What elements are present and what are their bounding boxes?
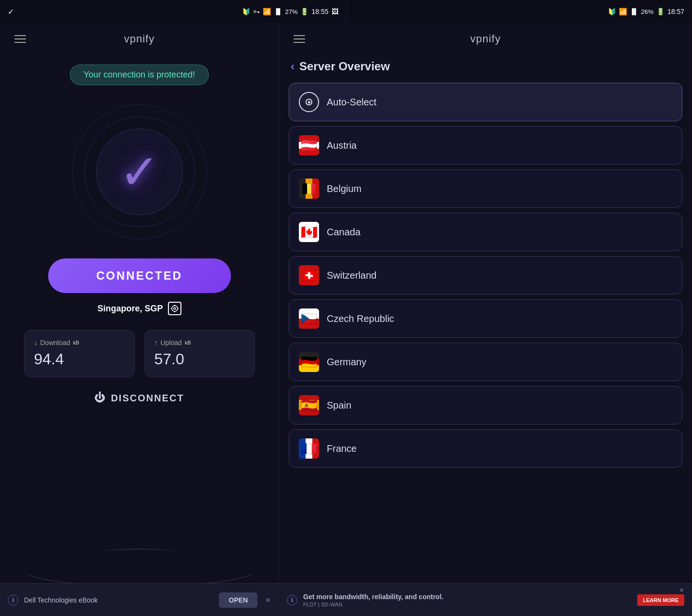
server-item-france[interactable]: 🇫🇷 France — [289, 429, 682, 468]
flag-icon-canada: 🇨🇦 — [299, 222, 319, 242]
signal-bars-left: ▐▌ — [274, 8, 282, 15]
left-app-title: vpnify — [124, 33, 154, 45]
battery-icon-left: 🔋 — [300, 8, 308, 15]
location-target-icon — [168, 302, 181, 315]
connection-area: Your connection is protected! ✓ CONNECTE… — [48, 64, 231, 315]
ad-info-icon[interactable]: ℹ — [8, 595, 18, 605]
server-name-czech-republic: Czech Republic — [327, 313, 394, 324]
right-ad-brand: PLDT | SD-WAN — [303, 602, 631, 607]
download-value: 94.4 — [34, 350, 125, 368]
download-stat-header: ↓ Download kB — [34, 339, 125, 346]
hamburger-line-3 — [14, 42, 26, 43]
server-item-austria[interactable]: 🇦🇹 Austria — [289, 126, 682, 165]
hamburger-line-1 — [294, 35, 305, 36]
back-button[interactable]: ‹ — [291, 60, 295, 73]
signal-bars-right: ▐▌ — [630, 8, 638, 15]
auto-select-icon — [299, 92, 319, 112]
download-stat-card: ↓ Download kB 94.4 — [24, 330, 135, 377]
shield-icon-right: 🔰 — [608, 8, 616, 15]
upload-arrow-icon: ↑ — [154, 339, 158, 346]
power-icon: ⏻ — [94, 392, 106, 404]
server-name-spain: Spain — [327, 400, 351, 411]
server-name-auto-select: Auto-Select — [327, 97, 376, 108]
server-name-france: France — [327, 443, 357, 454]
server-item-germany[interactable]: 🇩🇪 Germany — [289, 343, 682, 381]
upload-stat-card: ↑ Upload kB 57.0 — [144, 330, 255, 377]
checkmark-icon-large: ✓ — [119, 148, 160, 196]
location-text: Singapore, SGP — [97, 304, 163, 314]
server-list: Auto-Select 🇦🇹 Austria 🇧🇪 Belgium 🇨🇦 Can… — [279, 83, 692, 583]
upload-value: 57.0 — [154, 350, 245, 368]
server-item-spain[interactable]: 🇪🇸 Spain — [289, 386, 682, 424]
ad-left-text: Dell Technologies eBook — [24, 596, 213, 604]
hamburger-line-2 — [14, 38, 26, 39]
server-name-belgium: Belgium — [327, 183, 361, 194]
right-ad-close-button[interactable]: ✕ — [679, 587, 684, 594]
server-item-switzerland[interactable]: 🇨🇭 Switzerland — [289, 256, 682, 295]
right-panel: vpnify ‹ Server Overview Auto-Select 🇦🇹 … — [279, 23, 692, 616]
download-unit: kB — [73, 340, 79, 346]
server-item-belgium[interactable]: 🇧🇪 Belgium — [289, 169, 682, 208]
left-panel: vpnify Your connection is protected! ✓ C… — [0, 23, 279, 616]
server-overview-header: ‹ Server Overview — [279, 55, 692, 83]
ad-left-close-button[interactable]: ✕ — [265, 596, 271, 604]
right-app-title: vpnify — [470, 33, 500, 45]
wifi-icon-left: 📶 — [263, 8, 271, 15]
status-bar-right: 🔰 📶 ▐▌ 26% 🔋 18:57 — [346, 0, 692, 23]
flag-icon-switzerland: 🇨🇭 — [299, 265, 319, 285]
shield-icon-left: 🔰 — [242, 8, 250, 15]
wifi-icon-right: 📶 — [619, 8, 627, 15]
server-name-canada: Canada — [327, 227, 360, 238]
location-row: Singapore, SGP — [97, 302, 181, 315]
disconnect-button[interactable]: ⏻ DISCONNECT — [94, 392, 184, 404]
battery-percent-right: 26% — [641, 8, 654, 15]
right-ad-info-icon[interactable]: ℹ — [287, 595, 297, 605]
time-left: 18:55 — [311, 8, 328, 15]
download-arrow-icon: ↓ — [34, 339, 38, 346]
status-bars: ✓ 🔰 🗝 📶 ▐▌ 27% 🔋 18:55 🖼 🔰 📶 ▐▌ 26% 🔋 18… — [0, 0, 692, 23]
flag-icon-austria: 🇦🇹 — [299, 135, 319, 155]
disconnect-label: DISCONNECT — [111, 393, 184, 404]
connected-button[interactable]: CONNECTED — [48, 258, 231, 293]
battery-icon-right: 🔋 — [656, 8, 665, 15]
main-content: vpnify Your connection is protected! ✓ C… — [0, 23, 692, 616]
right-app-header: vpnify — [279, 23, 692, 55]
checkmark-icon: ✓ — [8, 7, 14, 16]
status-bar-left: ✓ 🔰 🗝 📶 ▐▌ 27% 🔋 18:55 🖼 — [0, 0, 346, 23]
flag-icon-belgium: 🇧🇪 — [299, 179, 319, 199]
left-ad-bar: ℹ Dell Technologies eBook OPEN ✕ — [0, 583, 279, 616]
time-right: 18:57 — [667, 8, 684, 15]
server-name-germany: Germany — [327, 357, 366, 368]
bottom-arc-decoration — [19, 549, 260, 587]
upload-unit: kB — [185, 340, 191, 346]
stats-row: ↓ Download kB 94.4 ↑ Upload kB 57.0 — [24, 330, 255, 377]
photo-icon: 🖼 — [332, 8, 338, 15]
ad-learn-more-button[interactable]: LEARN MORE — [637, 594, 684, 606]
hamburger-line-2 — [294, 38, 305, 39]
server-item-czech-republic[interactable]: 🇨🇿 Czech Republic — [289, 299, 682, 338]
flag-icon-spain: 🇪🇸 — [299, 395, 319, 415]
ad-open-button[interactable]: OPEN — [219, 592, 257, 608]
svg-point-0 — [172, 306, 178, 311]
upload-label: Upload — [161, 339, 182, 346]
right-hamburger-menu[interactable] — [294, 35, 305, 43]
download-label: Download — [40, 339, 70, 346]
flag-icon-germany: 🇩🇪 — [299, 352, 319, 372]
upload-stat-header: ↑ Upload kB — [154, 339, 245, 346]
right-ad-text: Get more bandwidth, reliability, and con… — [303, 593, 631, 601]
flag-icon-czech-republic: 🇨🇿 — [299, 308, 319, 329]
svg-point-1 — [174, 308, 176, 309]
protection-badge: Your connection is protected! — [70, 64, 209, 85]
circles-container: ✓ — [67, 100, 212, 244]
battery-percent-left: 27% — [285, 8, 297, 15]
server-item-auto-select[interactable]: Auto-Select — [289, 83, 682, 121]
hamburger-line-3 — [294, 42, 305, 43]
hamburger-line-1 — [14, 35, 26, 36]
server-name-switzerland: Switzerland — [327, 270, 376, 281]
server-overview-title: Server Overview — [299, 60, 390, 73]
flag-icon-france: 🇫🇷 — [299, 438, 319, 459]
right-ad-bar: ℹ Get more bandwidth, reliability, and c… — [279, 583, 692, 616]
key-icon: 🗝 — [253, 8, 260, 15]
left-hamburger-menu[interactable] — [14, 35, 26, 43]
server-item-canada[interactable]: 🇨🇦 Canada — [289, 213, 682, 251]
